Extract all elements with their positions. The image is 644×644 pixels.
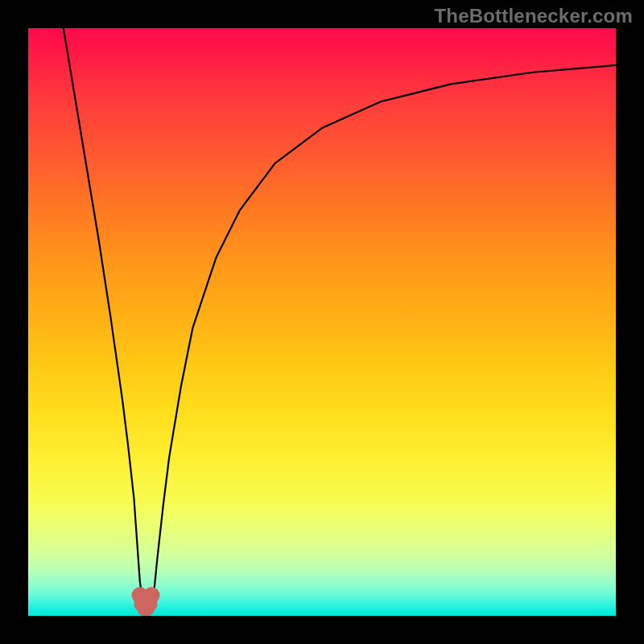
min-marker-dot — [142, 604, 155, 616]
bottleneck-curve — [64, 28, 616, 610]
plot-area — [28, 28, 616, 616]
chart-frame: TheBottlenecker.com — [0, 0, 644, 644]
curve-polyline — [64, 28, 616, 610]
attribution-watermark: TheBottlenecker.com — [434, 5, 633, 27]
curve-layer — [28, 28, 616, 616]
min-marker-cluster — [131, 587, 159, 616]
